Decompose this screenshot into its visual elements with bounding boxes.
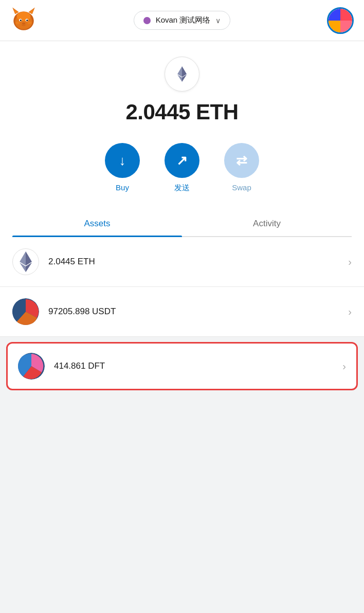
tab-assets[interactable]: Assets	[12, 211, 182, 236]
account-avatar[interactable]	[327, 7, 354, 34]
send-button-circle[interactable]: ↗	[165, 143, 199, 178]
network-selector[interactable]: Kovan 测试网络 ∨	[134, 11, 231, 30]
action-buttons: ↓ Buy ↗ 发送 ⇄ Swap	[105, 143, 259, 193]
dft-token-icon	[18, 353, 45, 380]
tab-activity[interactable]: Activity	[182, 211, 352, 236]
eth-balance: 2.0445 ETH	[125, 100, 238, 124]
eth-asset-amount: 2.0445 ETH	[48, 257, 348, 267]
send-action[interactable]: ↗ 发送	[165, 143, 199, 193]
metamask-logo	[10, 6, 37, 35]
chevron-down-icon: ∨	[215, 16, 221, 25]
network-name: Kovan 测试网络	[156, 15, 211, 25]
dft-chevron-right-icon: ›	[342, 360, 346, 372]
svg-point-6	[16, 11, 30, 21]
send-label: 发送	[174, 183, 190, 193]
svg-point-9	[20, 20, 22, 21]
main-content: 2.0445 ETH ↓ Buy ↗ 发送 ⇄ Swap Assets Ac	[0, 41, 364, 237]
swap-label: Swap	[232, 183, 251, 192]
main-tabs: Assets Activity	[12, 211, 352, 237]
asset-item-eth[interactable]: 2.0445 ETH ›	[0, 237, 364, 287]
usdt-chevron-right-icon: ›	[348, 306, 352, 318]
svg-point-13	[27, 21, 31, 24]
assets-list: 2.0445 ETH › 97205.898 USDT ›	[0, 237, 364, 395]
eth-chevron-right-icon: ›	[348, 256, 352, 268]
asset-item-dft[interactable]: 414.861 DFT ›	[6, 342, 358, 390]
buy-icon: ↓	[119, 153, 126, 169]
swap-action[interactable]: ⇄ Swap	[224, 143, 259, 193]
swap-button-circle[interactable]: ⇄	[224, 143, 259, 178]
buy-label: Buy	[116, 183, 129, 192]
svg-point-12	[15, 21, 20, 24]
dft-asset-amount: 414.861 DFT	[54, 361, 342, 371]
send-icon: ↗	[176, 153, 188, 169]
buy-button-circle[interactable]: ↓	[105, 143, 140, 178]
buy-action[interactable]: ↓ Buy	[105, 143, 140, 193]
eth-logo-icon	[165, 57, 199, 92]
network-status-dot	[143, 17, 151, 24]
swap-icon: ⇄	[236, 153, 247, 169]
svg-point-11	[22, 22, 25, 24]
app-header: Kovan 测试网络 ∨	[0, 0, 364, 41]
svg-point-10	[26, 20, 28, 21]
usdt-token-icon	[12, 298, 39, 325]
bottom-spacer	[0, 395, 364, 426]
usdt-asset-amount: 97205.898 USDT	[48, 306, 348, 317]
asset-item-usdt[interactable]: 97205.898 USDT ›	[0, 287, 364, 337]
eth-token-icon	[12, 248, 39, 275]
